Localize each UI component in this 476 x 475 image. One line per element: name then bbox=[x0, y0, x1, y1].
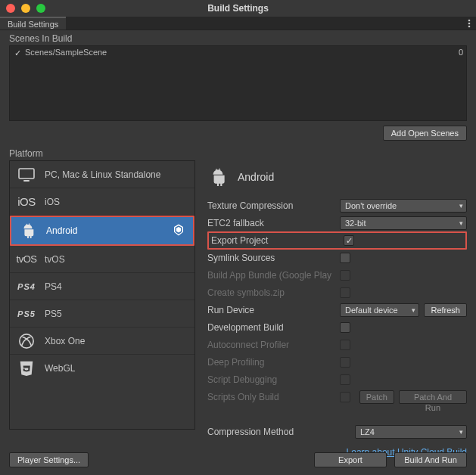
ps4-icon: PS4 bbox=[17, 278, 36, 296]
symlink-sources-checkbox[interactable] bbox=[340, 253, 350, 263]
unity-icon bbox=[172, 223, 185, 239]
player-settings-button[interactable]: Player Settings... bbox=[9, 452, 89, 467]
etc2-fallback-label: ETC2 fallback bbox=[207, 218, 340, 228]
texture-compression-dropdown[interactable]: Don't override bbox=[340, 199, 467, 213]
html5-icon bbox=[17, 359, 36, 377]
patch-and-run-button: Patch And Run bbox=[399, 390, 467, 404]
scene-path: Scenes/SampleScene bbox=[25, 48, 107, 57]
create-symbols-checkbox bbox=[340, 287, 350, 298]
autoconnect-profiler-checkbox bbox=[340, 340, 350, 350]
svg-point-2 bbox=[468, 25, 471, 27]
texture-compression-label: Texture Compression bbox=[207, 200, 340, 211]
run-device-label: Run Device bbox=[207, 305, 340, 315]
platform-list: PC, Mac & Linux Standalone iOS iOS Andro… bbox=[9, 160, 195, 430]
deep-profiling-label: Deep Profiling bbox=[207, 357, 340, 368]
platform-label-text: Xbox One bbox=[45, 336, 85, 346]
scene-checkbox[interactable]: ✓ bbox=[13, 48, 22, 57]
platform-label-text: tvOS bbox=[45, 254, 65, 265]
platform-label-text: Android bbox=[46, 225, 77, 236]
android-icon bbox=[19, 222, 37, 240]
title-bar: Build Settings bbox=[0, 0, 476, 17]
platform-label-text: PS4 bbox=[45, 281, 62, 292]
compression-method-label: Compression Method bbox=[207, 427, 355, 437]
ios-icon: iOS bbox=[17, 193, 36, 211]
platform-label-text: WebGL bbox=[45, 363, 75, 374]
export-button[interactable]: Export bbox=[314, 452, 387, 467]
deep-profiling-checkbox bbox=[340, 357, 350, 368]
export-project-label: Export Project bbox=[211, 235, 344, 246]
script-debugging-label: Script Debugging bbox=[207, 374, 340, 385]
create-symbols-label: Create symbols.zip bbox=[207, 287, 340, 298]
monitor-icon bbox=[17, 166, 36, 184]
platform-item-ps5[interactable]: PS5 PS5 bbox=[10, 300, 194, 328]
build-app-bundle-label: Build App Bundle (Google Play bbox=[207, 270, 340, 281]
ps5-icon: PS5 bbox=[17, 305, 36, 323]
scripts-only-build-label: Scripts Only Build bbox=[207, 392, 340, 402]
tab-build-settings[interactable]: Build Settings bbox=[0, 17, 66, 29]
window-title: Build Settings bbox=[0, 3, 476, 14]
platform-item-webgl[interactable]: WebGL bbox=[10, 355, 194, 382]
platform-item-android[interactable]: Android bbox=[11, 217, 193, 244]
export-project-checkbox[interactable]: ✓ bbox=[344, 235, 354, 246]
footer: Player Settings... Export Build And Run bbox=[9, 452, 467, 467]
compression-method-dropdown[interactable]: LZ4 bbox=[355, 425, 467, 439]
build-app-bundle-checkbox bbox=[340, 270, 350, 281]
scene-row[interactable]: ✓ Scenes/SampleScene 0 bbox=[10, 46, 466, 58]
etc2-fallback-dropdown[interactable]: 32-bit bbox=[340, 216, 467, 230]
platform-label-text: PS5 bbox=[45, 309, 62, 319]
platform-label-text: iOS bbox=[45, 197, 60, 207]
android-icon bbox=[207, 166, 229, 188]
autoconnect-profiler-label: Autoconnect Profiler bbox=[207, 340, 340, 350]
platform-label: Platform bbox=[0, 148, 476, 160]
script-debugging-checkbox bbox=[340, 374, 350, 385]
details-title: Android bbox=[238, 171, 274, 183]
development-build-checkbox[interactable] bbox=[340, 322, 350, 333]
scenes-in-build-label: Scenes In Build bbox=[0, 30, 476, 45]
symlink-sources-label: Symlink Sources bbox=[207, 253, 340, 263]
tvos-icon: tvOS bbox=[17, 250, 36, 269]
xbox-icon bbox=[17, 332, 36, 350]
patch-button: Patch bbox=[359, 390, 394, 404]
svg-rect-3 bbox=[19, 169, 34, 179]
platform-item-xboxone[interactable]: Xbox One bbox=[10, 328, 194, 355]
svg-point-1 bbox=[468, 22, 471, 24]
build-and-run-button[interactable]: Build And Run bbox=[394, 452, 467, 467]
platform-item-ios[interactable]: iOS iOS bbox=[10, 188, 194, 216]
platform-details: Android Texture Compression Don't overri… bbox=[207, 160, 467, 458]
refresh-button[interactable]: Refresh bbox=[424, 303, 467, 317]
add-open-scenes-button[interactable]: Add Open Scenes bbox=[383, 126, 467, 141]
platform-item-tvos[interactable]: tvOS tvOS bbox=[10, 246, 194, 273]
scenes-list[interactable]: ✓ Scenes/SampleScene 0 bbox=[9, 45, 467, 121]
tab-context-menu-button[interactable] bbox=[462, 17, 476, 29]
scripts-only-build-checkbox bbox=[340, 392, 350, 402]
platform-item-ps4[interactable]: PS4 PS4 bbox=[10, 273, 194, 300]
svg-rect-4 bbox=[23, 180, 30, 182]
development-build-label: Development Build bbox=[207, 322, 340, 333]
scene-build-index: 0 bbox=[459, 48, 463, 57]
run-device-dropdown[interactable]: Default device bbox=[340, 303, 419, 317]
platform-label-text: PC, Mac & Linux Standalone bbox=[45, 169, 160, 180]
platform-item-standalone[interactable]: PC, Mac & Linux Standalone bbox=[10, 161, 194, 188]
svg-point-0 bbox=[468, 19, 471, 21]
tab-strip: Build Settings bbox=[0, 17, 476, 30]
